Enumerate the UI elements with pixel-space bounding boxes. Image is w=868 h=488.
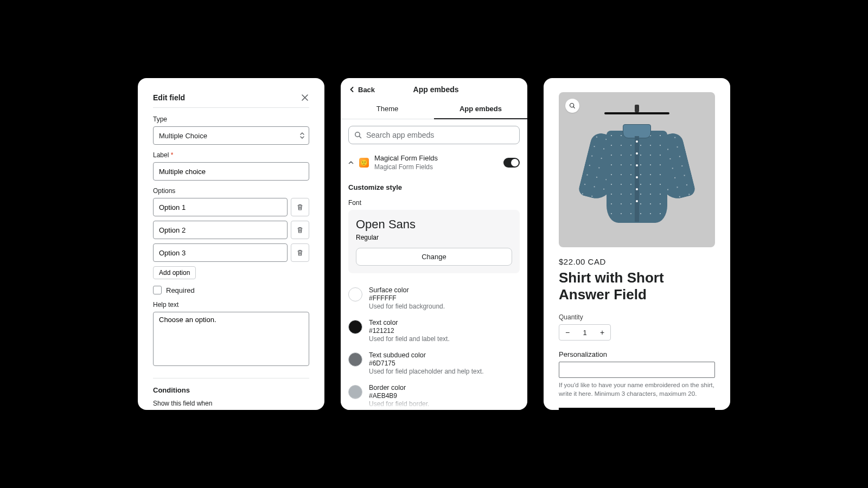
delete-option-button[interactable] (291, 198, 309, 216)
type-label: Type (153, 115, 309, 123)
help-text-input[interactable] (153, 312, 309, 366)
swatch-name: Surface color (369, 286, 445, 294)
color-swatch[interactable] (348, 352, 362, 367)
quantity-increase-button[interactable]: + (594, 324, 610, 341)
font-card: Open Sans Regular Change (348, 210, 520, 273)
edit-field-title: Edit field (153, 93, 185, 102)
search-input[interactable]: Search app embeds (348, 126, 520, 144)
search-icon (354, 131, 362, 139)
swatch-hex: #6D7175 (369, 359, 483, 367)
change-font-button[interactable]: Change (356, 248, 512, 266)
swatch-description: Used for field and label text. (369, 335, 450, 343)
conditions-title: Conditions (153, 386, 309, 394)
swatch-hex: #121212 (369, 327, 450, 335)
product-title: Shirt with Short Answer Field (559, 269, 715, 303)
add-option-button[interactable]: Add option (153, 266, 196, 279)
app-icon: 🙂 (359, 158, 369, 168)
close-icon[interactable] (301, 93, 309, 102)
tab-app-embeds[interactable]: App embeds (434, 99, 527, 119)
tab-theme[interactable]: Theme (341, 99, 434, 119)
required-checkbox[interactable] (153, 286, 162, 294)
quantity-decrease-button[interactable]: − (559, 324, 576, 341)
swatch-name: Text color (369, 319, 450, 326)
color-swatch-row: Surface color#FFFFFFUsed for field backg… (341, 282, 527, 314)
magnify-icon (569, 102, 576, 109)
quantity-value: 1 (576, 329, 594, 337)
option-input[interactable] (153, 221, 288, 239)
required-label: Required (166, 286, 195, 294)
font-label: Font (341, 194, 527, 210)
search-placeholder: Search app embeds (366, 131, 434, 139)
color-swatch[interactable] (348, 385, 362, 399)
product-price: $22.00 CAD (559, 257, 715, 266)
color-swatch[interactable] (348, 287, 362, 301)
color-swatch-row: Text color#121212Used for field and labe… (341, 314, 527, 347)
type-select-value: Multiple Choice (159, 132, 207, 140)
help-text-label: Help text (153, 301, 309, 309)
embed-name: Magical Form Fields (374, 154, 498, 163)
customize-style-title: Customize style (341, 178, 527, 194)
shirt-illustration (577, 105, 697, 235)
embed-subtitle: Magical Form Fields (374, 163, 498, 172)
personalization-help: If you'd like to have your name embroide… (559, 381, 715, 398)
app-embeds-panel: Back App embeds Theme App embeds Search … (341, 78, 527, 410)
quantity-label: Quantity (559, 313, 715, 321)
font-name: Open Sans (356, 217, 512, 232)
chevron-up-icon (348, 160, 354, 165)
color-swatch-row: Text subdued color#6D7175Used for field … (341, 347, 527, 380)
app-embeds-title: App embeds (353, 85, 519, 94)
color-swatch[interactable] (348, 320, 362, 334)
color-swatch-row: Border color#AEB4B9Used for field border… (341, 380, 527, 410)
embed-toggle[interactable] (503, 158, 520, 168)
label-label: Label * (153, 151, 309, 159)
swatch-name: Text subdued color (369, 351, 483, 359)
personalization-label: Personalization (559, 350, 715, 358)
swatch-hex: #FFFFFF (369, 294, 445, 302)
product-image (559, 92, 715, 247)
quantity-stepper: − 1 + (559, 324, 611, 341)
personalization-input[interactable] (559, 362, 715, 378)
swatch-hex: #AEB4B9 (369, 392, 429, 400)
conditions-subtitle: Show this field when (153, 400, 309, 407)
trash-icon (296, 226, 304, 234)
options-label: Options (153, 187, 309, 195)
delete-option-button[interactable] (291, 221, 309, 239)
add-to-cart-button[interactable]: Add to cart (559, 408, 715, 410)
option-input[interactable] (153, 198, 288, 216)
edit-field-panel: Edit field Type Multiple Choice Label (138, 78, 324, 410)
swatch-description: Used for field placeholder and help text… (369, 368, 483, 375)
type-select[interactable]: Multiple Choice (153, 126, 309, 145)
trash-icon (296, 203, 304, 211)
swatch-name: Border color (369, 384, 429, 391)
product-preview-panel: $22.00 CAD Shirt with Short Answer Field… (544, 78, 730, 410)
collapse-icon[interactable] (348, 160, 354, 165)
label-input[interactable] (153, 162, 309, 181)
trash-icon (296, 249, 304, 256)
swatch-description: Used for field background. (369, 303, 445, 310)
font-weight: Regular (356, 234, 512, 241)
swatch-description: Used for field border. (369, 400, 429, 408)
delete-option-button[interactable] (291, 243, 309, 262)
option-input[interactable] (153, 243, 288, 262)
